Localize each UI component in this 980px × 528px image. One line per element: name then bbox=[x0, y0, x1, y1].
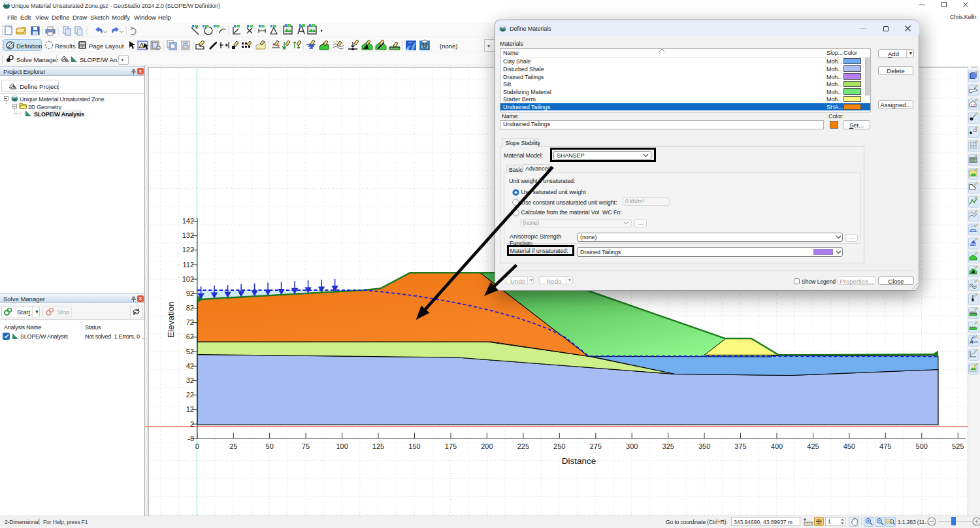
svg-text:-8: -8 bbox=[188, 435, 194, 442]
svg-text:42: 42 bbox=[186, 362, 194, 370]
svg-text:150: 150 bbox=[408, 442, 420, 450]
svg-text:Elevation: Elevation bbox=[166, 301, 176, 338]
svg-text:142: 142 bbox=[182, 217, 194, 225]
svg-text:425: 425 bbox=[807, 442, 819, 450]
svg-text:300: 300 bbox=[626, 442, 638, 450]
svg-text:450: 450 bbox=[843, 442, 855, 450]
svg-text:350: 350 bbox=[698, 442, 710, 450]
svg-text:102: 102 bbox=[182, 275, 194, 283]
svg-text:122: 122 bbox=[182, 246, 194, 254]
svg-text:525: 525 bbox=[952, 442, 964, 450]
svg-text:125: 125 bbox=[372, 442, 384, 450]
svg-text:50: 50 bbox=[266, 442, 274, 450]
svg-text:400: 400 bbox=[771, 442, 783, 450]
svg-text:32: 32 bbox=[186, 376, 194, 384]
svg-text:250: 250 bbox=[553, 442, 565, 450]
svg-text:25: 25 bbox=[229, 442, 237, 450]
svg-text:82: 82 bbox=[186, 304, 194, 312]
svg-text:225: 225 bbox=[517, 442, 529, 450]
svg-text:52: 52 bbox=[186, 348, 194, 355]
svg-text:2: 2 bbox=[190, 420, 194, 428]
svg-text:325: 325 bbox=[662, 442, 674, 450]
svg-text:62: 62 bbox=[186, 333, 194, 340]
svg-text:0: 0 bbox=[195, 442, 199, 450]
svg-text:500: 500 bbox=[916, 442, 928, 450]
svg-text:175: 175 bbox=[445, 442, 457, 450]
svg-text:22: 22 bbox=[186, 391, 194, 399]
svg-text:92: 92 bbox=[186, 289, 194, 297]
svg-text:200: 200 bbox=[481, 442, 493, 450]
svg-text:475: 475 bbox=[879, 442, 891, 450]
svg-text:375: 375 bbox=[734, 442, 746, 450]
svg-text:A: A bbox=[970, 339, 973, 345]
svg-text:132: 132 bbox=[182, 231, 194, 239]
svg-text:75: 75 bbox=[302, 442, 310, 450]
svg-text:72: 72 bbox=[186, 318, 194, 326]
svg-text:12: 12 bbox=[186, 405, 194, 413]
svg-text:Distance: Distance bbox=[562, 456, 596, 466]
svg-text:100: 100 bbox=[336, 442, 348, 450]
svg-text:275: 275 bbox=[590, 442, 602, 450]
svg-text:112: 112 bbox=[182, 261, 194, 269]
svg-text:12: 12 bbox=[971, 103, 975, 107]
